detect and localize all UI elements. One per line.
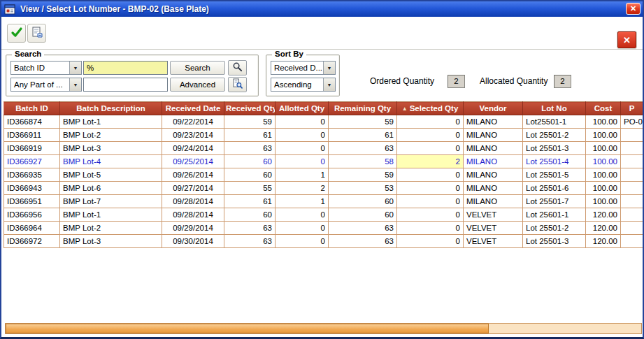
cell-lot_no[interactable]: Lot 25501-5: [523, 168, 586, 182]
copy-report-button[interactable]: [27, 24, 46, 43]
table-row[interactable]: ID366956BMP Lot-109/28/2014600600VELVETL…: [4, 208, 643, 222]
cell-received_qty[interactable]: 60: [224, 168, 276, 182]
cell-allotted_qty[interactable]: 2: [276, 182, 329, 195]
cell-batch_description[interactable]: BMP Lot-2: [60, 129, 162, 142]
advanced-button[interactable]: Advanced: [170, 78, 225, 92]
table-row[interactable]: ID366972BMP Lot-309/30/2014630630VELVETL…: [4, 235, 643, 248]
cell-received_qty[interactable]: 55: [224, 182, 276, 195]
cell-batch_id[interactable]: ID366919: [4, 142, 60, 155]
search-button[interactable]: Search: [170, 61, 225, 75]
cell-received_date[interactable]: 09/29/2014: [162, 222, 224, 235]
cell-remaining_qty[interactable]: 60: [329, 208, 397, 222]
chevron-down-icon[interactable]: ▼: [69, 62, 81, 74]
cell-lot_no[interactable]: Lot 25501-7: [523, 195, 586, 208]
cell-po_no[interactable]: [621, 168, 643, 182]
cell-allotted_qty[interactable]: 0: [276, 222, 329, 235]
cell-cost[interactable]: 120.00: [586, 222, 621, 235]
cancel-button[interactable]: ✕: [617, 31, 636, 48]
search-pattern-input[interactable]: [83, 61, 168, 75]
search-secondary-input[interactable]: [83, 78, 168, 92]
cell-batch_id[interactable]: ID366911: [4, 129, 60, 142]
cell-batch_description[interactable]: BMP Lot-4: [60, 155, 162, 168]
column-header-received_date[interactable]: Received Date: [162, 102, 224, 115]
cell-cost[interactable]: 100.00: [586, 142, 621, 155]
cell-remaining_qty[interactable]: 53: [329, 182, 397, 195]
cell-received_date[interactable]: 09/28/2014: [162, 208, 224, 222]
cell-received_qty[interactable]: 63: [224, 222, 276, 235]
cell-batch_description[interactable]: BMP Lot-1: [60, 208, 162, 222]
cell-cost[interactable]: 120.00: [586, 235, 621, 248]
chevron-down-icon[interactable]: ▼: [69, 78, 81, 91]
cell-batch_id[interactable]: ID366951: [4, 195, 60, 208]
cell-received_qty[interactable]: 60: [224, 155, 276, 168]
cell-remaining_qty[interactable]: 59: [329, 115, 397, 129]
cell-lot_no[interactable]: Lot 25501-3: [523, 142, 586, 155]
column-header-batch_description[interactable]: Batch Description: [60, 102, 162, 115]
cell-vendor[interactable]: MILANO: [464, 115, 523, 129]
chevron-down-icon[interactable]: ▼: [323, 62, 335, 74]
cell-po_no[interactable]: [621, 129, 643, 142]
cell-received_date[interactable]: 09/23/2014: [162, 129, 224, 142]
cell-vendor[interactable]: MILANO: [464, 142, 523, 155]
titlebar[interactable]: View / Select Lot Number - BMP-02 (Base …: [1, 1, 643, 17]
cell-po_no[interactable]: PO-0: [621, 115, 643, 129]
chevron-down-icon[interactable]: ▼: [323, 78, 335, 91]
cell-allotted_qty[interactable]: 0: [276, 208, 329, 222]
cell-lot_no[interactable]: Lot 25601-1: [523, 208, 586, 222]
cell-selected_qty[interactable]: 0: [397, 222, 464, 235]
cell-remaining_qty[interactable]: 59: [329, 168, 397, 182]
column-header-batch_id[interactable]: Batch ID: [4, 102, 60, 115]
table-row[interactable]: ID366935BMP Lot-509/26/2014601590MILANOL…: [4, 168, 643, 182]
cell-selected_qty[interactable]: 0: [397, 129, 464, 142]
cell-allotted_qty[interactable]: 0: [276, 235, 329, 248]
cell-allotted_qty[interactable]: 1: [276, 195, 329, 208]
column-header-cost[interactable]: Cost: [586, 102, 621, 115]
cell-cost[interactable]: 100.00: [586, 182, 621, 195]
cell-batch_description[interactable]: BMP Lot-2: [60, 222, 162, 235]
cell-cost[interactable]: 100.00: [586, 195, 621, 208]
cell-batch_description[interactable]: BMP Lot-3: [60, 142, 162, 155]
table-row[interactable]: ID366911BMP Lot-209/23/2014610610MILANOL…: [4, 129, 643, 142]
cell-allotted_qty[interactable]: 0: [276, 129, 329, 142]
cell-received_qty[interactable]: 63: [224, 235, 276, 248]
cell-remaining_qty[interactable]: 63: [329, 235, 397, 248]
advanced-lookup-button[interactable]: [228, 77, 247, 92]
column-header-remaining_qty[interactable]: Remaining Qty: [329, 102, 397, 115]
column-header-allotted_qty[interactable]: Allotted Qty: [276, 102, 329, 115]
cell-remaining_qty[interactable]: 63: [329, 142, 397, 155]
cell-po_no[interactable]: [621, 208, 643, 222]
cell-batch_description[interactable]: BMP Lot-7: [60, 195, 162, 208]
cell-vendor[interactable]: VELVET: [464, 208, 523, 222]
cell-lot_no[interactable]: Lot 25501-6: [523, 182, 586, 195]
cell-batch_description[interactable]: BMP Lot-1: [60, 115, 162, 129]
column-header-selected_qty[interactable]: ▲Selected Qty: [397, 102, 464, 115]
table-row[interactable]: ID366943BMP Lot-609/27/2014552530MILANOL…: [4, 182, 643, 195]
cell-received_date[interactable]: 09/30/2014: [162, 235, 224, 248]
cell-received_date[interactable]: 09/22/2014: [162, 115, 224, 129]
cell-remaining_qty[interactable]: 60: [329, 195, 397, 208]
cell-vendor[interactable]: VELVET: [464, 222, 523, 235]
cell-batch_id[interactable]: ID366927: [4, 155, 60, 168]
search-field-combo[interactable]: Batch ID ▼: [10, 61, 82, 75]
cell-remaining_qty[interactable]: 61: [329, 129, 397, 142]
close-icon[interactable]: ✕: [626, 3, 641, 15]
column-header-lot_no[interactable]: Lot No: [523, 102, 586, 115]
cell-received_qty[interactable]: 59: [224, 115, 276, 129]
search-match-combo[interactable]: Any Part of ... ▼: [10, 78, 82, 92]
cell-po_no[interactable]: [621, 195, 643, 208]
cell-cost[interactable]: 100.00: [586, 155, 621, 168]
cell-vendor[interactable]: MILANO: [464, 182, 523, 195]
cell-batch_description[interactable]: BMP Lot-5: [60, 168, 162, 182]
cell-cost[interactable]: 100.00: [586, 129, 621, 142]
cell-batch_description[interactable]: BMP Lot-3: [60, 235, 162, 248]
cell-received_qty[interactable]: 63: [224, 142, 276, 155]
table-row[interactable]: ID366919BMP Lot-309/24/2014630630MILANOL…: [4, 142, 643, 155]
lookup-button[interactable]: [228, 60, 247, 75]
sort-field-combo[interactable]: Received D... ▼: [271, 61, 336, 75]
cell-received_qty[interactable]: 61: [224, 129, 276, 142]
cell-remaining_qty[interactable]: 58: [329, 155, 397, 168]
cell-batch_id[interactable]: ID366956: [4, 208, 60, 222]
cell-received_date[interactable]: 09/25/2014: [162, 155, 224, 168]
cell-selected_qty[interactable]: 0: [397, 182, 464, 195]
cell-allotted_qty[interactable]: 1: [276, 168, 329, 182]
